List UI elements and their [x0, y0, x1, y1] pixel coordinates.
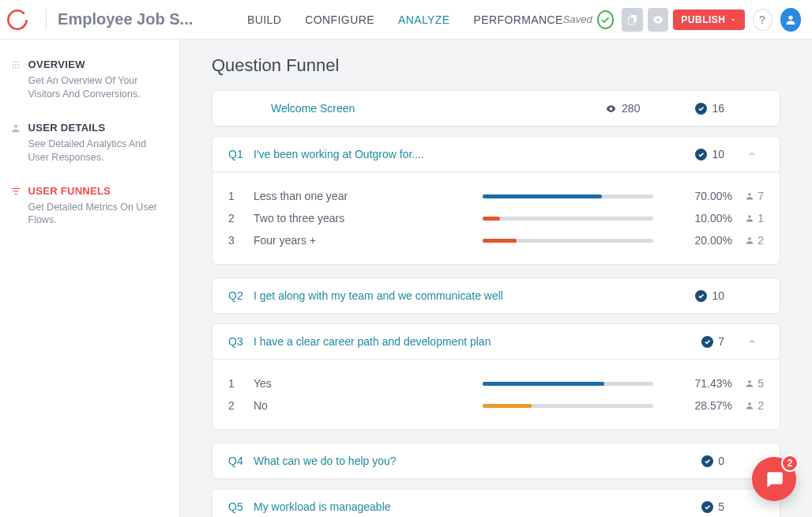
chat-launcher[interactable]: 2 [752, 457, 796, 501]
option-label: Yes [254, 377, 483, 390]
question-number: Q4 [228, 455, 254, 467]
option-label: Four years + [254, 234, 483, 247]
svg-point-4 [15, 62, 17, 63]
publish-button[interactable]: PUBLISH [673, 9, 744, 30]
svg-point-10 [15, 67, 17, 69]
separator [46, 9, 47, 30]
user-icon [745, 191, 754, 201]
svg-point-9 [12, 67, 13, 69]
option-index: 3 [228, 234, 254, 247]
question-text[interactable]: My workload is manageable [254, 500, 701, 513]
question-text[interactable]: I have a clear career path and developme… [254, 335, 701, 348]
completions-metric: 0 [701, 455, 724, 467]
option-user-count: 2 [732, 399, 764, 412]
sidebar-item-desc: Get An Overview Of Your Visitors And Con… [28, 74, 167, 101]
svg-point-13 [748, 193, 751, 196]
question-row: Q4 What can we do to help you? 0 [212, 443, 780, 479]
check-badge-icon [695, 149, 707, 160]
question-row: Q1 I've been working at Outgrow for.... … [212, 136, 780, 172]
user-icon [784, 13, 797, 26]
question-text[interactable]: I've been working at Outgrow for.... [254, 148, 695, 160]
question-number: Q2 [228, 289, 254, 302]
option-index: 2 [228, 399, 254, 412]
option-percent: 70.00% [677, 190, 732, 202]
welcome-label[interactable]: Welcome Screen [271, 102, 592, 115]
tab-performance[interactable]: PERFORMANCE [473, 1, 562, 39]
svg-point-12 [14, 124, 17, 127]
option-row: 1 Yes 71.43% 5 [228, 372, 764, 394]
svg-point-6 [12, 64, 13, 66]
sidebar-item-desc: See Detailed Analytics And User Response… [28, 138, 167, 164]
options-panel: 1 Less than one year 70.00% 7 2 Two to t… [212, 172, 780, 265]
questions-list: Q1 I've been working at Outgrow for.... … [212, 136, 780, 517]
publish-label: PUBLISH [681, 14, 725, 25]
question-text[interactable]: I get along with my team and we communic… [254, 289, 695, 302]
completions-count: 5 [718, 500, 724, 513]
user-icon [745, 213, 754, 223]
svg-point-3 [12, 62, 13, 63]
copy-button[interactable] [622, 8, 643, 32]
sidebar-item-desc: Get Detailed Metrics On User Flows. [28, 201, 167, 228]
sidebar-item-user-details[interactable]: USER DETAILS See Detailed Analytics And … [8, 122, 167, 164]
sidebar-item-overview[interactable]: OVERVIEW Get An Overview Of Your Visitor… [8, 58, 167, 101]
preview-button[interactable] [648, 8, 669, 32]
tab-build[interactable]: BUILD [247, 1, 281, 39]
option-user-count: 5 [732, 377, 764, 390]
option-label: No [254, 399, 483, 412]
question-text[interactable]: What can we do to help you? [254, 455, 701, 467]
question-row: Q3 I have a clear career path and develo… [212, 323, 780, 360]
options-panel: 1 Yes 71.43% 5 2 No 28.57% 2 [212, 360, 780, 430]
question-number: Q5 [228, 500, 254, 513]
option-bar [483, 239, 653, 243]
main-content: Question Funnel Welcome Screen 280 16 Q1 [180, 40, 812, 517]
svg-point-11 [17, 67, 19, 69]
tab-configure[interactable]: CONFIGURE [305, 1, 374, 39]
views-metric: 280 [592, 102, 640, 115]
question-number: Q1 [228, 148, 254, 160]
option-bar [483, 194, 653, 198]
user-icon [745, 379, 754, 388]
sidebar-item-user-funnels[interactable]: USER FUNNELS Get Detailed Metrics On Use… [8, 185, 167, 228]
check-badge-icon [701, 336, 713, 348]
option-user-count: 7 [732, 190, 764, 202]
option-index: 1 [228, 377, 254, 390]
completions-count: 10 [712, 289, 724, 302]
option-bar [483, 382, 653, 386]
option-percent: 10.00% [677, 212, 732, 225]
app-header: Employee Job S... BUILD CONFIGURE ANALYZ… [0, 0, 812, 40]
tab-analyze[interactable]: ANALYZE [398, 1, 450, 39]
option-label: Two to three years [254, 212, 483, 225]
completions-count: 0 [718, 455, 724, 467]
saved-check-icon [597, 10, 615, 29]
option-percent: 28.57% [677, 399, 732, 412]
completions-metric: 16 [695, 102, 724, 115]
completions-count: 7 [718, 335, 724, 348]
option-label: Less than one year [254, 190, 483, 202]
svg-point-17 [748, 402, 751, 406]
sidebar-item-title: OVERVIEW [28, 58, 167, 70]
project-title: Employee Job S... [58, 10, 200, 28]
completions-metric: 7 [701, 335, 724, 348]
check-badge-icon [695, 290, 707, 302]
check-badge-icon [701, 501, 713, 513]
eye-icon [605, 103, 617, 115]
expand-toggle[interactable] [740, 149, 764, 159]
user-icon [745, 401, 754, 410]
expand-toggle[interactable] [740, 337, 764, 346]
completions-count: 16 [712, 102, 724, 115]
option-row: 3 Four years + 20.00% 2 [228, 229, 764, 251]
completions-metric: 5 [701, 500, 724, 513]
option-index: 2 [228, 212, 254, 225]
option-percent: 20.00% [677, 234, 732, 247]
svg-point-15 [748, 237, 751, 240]
svg-point-5 [17, 62, 19, 63]
svg-point-16 [748, 380, 751, 383]
help-button[interactable]: ? [753, 9, 773, 31]
check-badge-icon [701, 455, 713, 467]
check-badge-icon [695, 103, 707, 115]
option-row: 2 No 28.57% 2 [228, 394, 764, 417]
avatar[interactable] [780, 8, 802, 32]
completions-metric: 10 [695, 289, 724, 302]
sidebar-item-title: USER FUNNELS [28, 185, 167, 197]
option-user-count: 1 [732, 212, 764, 225]
